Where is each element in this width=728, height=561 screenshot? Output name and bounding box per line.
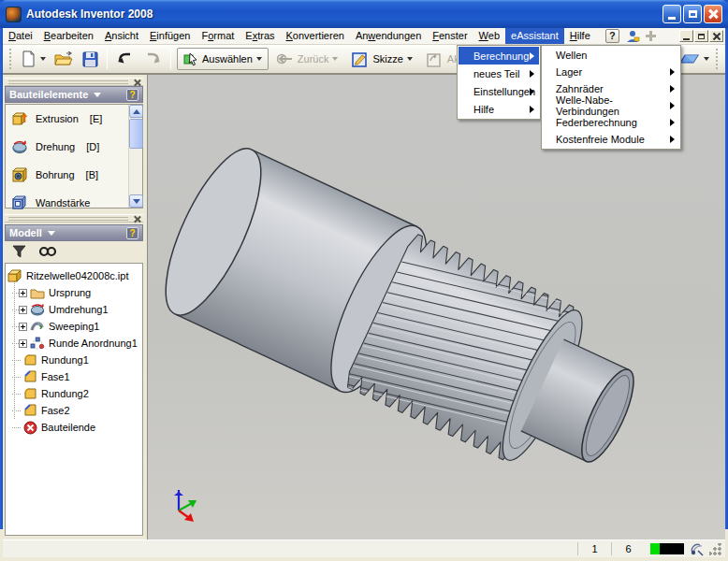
menu-item-label: Federberechnung (556, 117, 637, 128)
submenu-item-federberechnung[interactable]: Federberechnung (543, 114, 679, 131)
scroll-up-button[interactable] (129, 105, 143, 118)
menu-eassistant[interactable]: eAssistant (505, 28, 564, 44)
menu-item-neues-teil[interactable]: neues Teil (459, 65, 539, 82)
menu-web[interactable]: Web (473, 28, 505, 44)
menu-konvertieren[interactable]: Konvertieren (281, 28, 350, 44)
new-document-icon (21, 50, 36, 67)
expand-icon[interactable] (19, 289, 27, 297)
menu-extras[interactable]: Extras (240, 28, 280, 44)
model-panel-close-icon[interactable] (133, 215, 141, 223)
tree-item-ursprung[interactable]: Ursprung (24, 284, 91, 301)
minimize-icon (668, 17, 676, 20)
features-panel-header[interactable]: Bauteilelemente ? (5, 86, 143, 103)
submenu-arrow-icon (530, 88, 534, 95)
scroll-thumb[interactable] (129, 119, 143, 149)
model-help-icon[interactable]: ? (126, 227, 138, 239)
expand-icon[interactable] (19, 339, 27, 348)
menu-einfuegen[interactable]: Einfügen (144, 28, 196, 44)
titlebar[interactable]: Autodesk Inventor 2008 (0, 0, 728, 28)
tree-item-rundung1[interactable]: Rundung1 (24, 352, 89, 368)
maximize-button[interactable] (683, 5, 702, 23)
feature-item-extrusion[interactable]: Extrusion [E] (11, 109, 102, 128)
feature-label: Extrusion (36, 113, 79, 124)
features-help-icon[interactable]: ? (126, 89, 138, 101)
mdi-minimize-button[interactable] (679, 30, 693, 42)
save-button[interactable] (79, 48, 101, 70)
feature-item-bohrung[interactable]: Bohrung [B] (11, 165, 98, 184)
tree-item-sweeping1[interactable]: Sweeping1 (24, 318, 99, 335)
select-dropdown-caret[interactable] (256, 57, 262, 61)
menu-item-label: Einstellungen (473, 86, 535, 97)
menu-format[interactable]: Format (196, 28, 240, 44)
toolbar-grip[interactable] (9, 49, 12, 69)
find-icon[interactable] (39, 245, 56, 258)
features-scrollbar[interactable] (128, 105, 142, 208)
tree-item-fase2[interactable]: Fase2 (24, 402, 70, 419)
style-dropdown-caret[interactable] (704, 57, 709, 61)
menu-item-einstellungen[interactable]: Einstellungen (459, 82, 539, 100)
menubar: Datei Bearbeiten Ansicht Einfügen Format… (3, 28, 725, 45)
submenu-arrow-icon (670, 68, 675, 76)
undo-button[interactable] (113, 48, 138, 70)
filter-icon[interactable] (12, 245, 26, 258)
panel-dropdown-icon[interactable] (48, 231, 55, 236)
menu-item-label: Hilfe (473, 104, 494, 115)
model-panel-grip[interactable] (5, 214, 143, 223)
scroll-down-button[interactable] (129, 194, 143, 208)
menu-item-hilfe[interactable]: Hilfe (459, 100, 539, 118)
menu-item-berechnung[interactable]: Berechnung (459, 47, 539, 65)
features-panel-title: Bauteilelemente (9, 89, 88, 100)
tree-item-umdrehung1[interactable]: Umdrehung1 (24, 301, 109, 318)
new-dropdown-caret[interactable] (40, 57, 46, 61)
submenu-item-welle-nabe-verbindungen[interactable]: Welle-Nabe-Verbindungen (543, 97, 679, 114)
add-icon (646, 31, 656, 41)
submenu-item-lager[interactable]: Lager (543, 64, 679, 80)
submenu-item-wellen[interactable]: Wellen (543, 47, 679, 64)
maximize-icon (689, 10, 697, 18)
submenu-arrow-icon (530, 52, 534, 60)
redo-button[interactable] (140, 48, 165, 70)
sidebar: Bauteilelemente ? Extrusion [E] (3, 75, 147, 540)
back-button[interactable]: Zurück (271, 48, 344, 70)
expand-icon[interactable] (19, 323, 27, 331)
sketch-dropdown-caret[interactable] (407, 57, 413, 61)
feature-item-drehung[interactable]: Drehung [D] (11, 137, 99, 156)
menu-datei[interactable]: Datei (3, 28, 38, 44)
tree-label: Rundung2 (40, 388, 89, 399)
menu-hilfe[interactable]: Hilfe (564, 28, 596, 44)
tree-item-fase1[interactable]: Fase1 (24, 368, 70, 385)
sketch-button[interactable]: Skizze (346, 48, 417, 70)
menu-anwendungen[interactable]: Anwendungen (350, 28, 427, 44)
features-panel-grip[interactable] (5, 78, 143, 86)
model-panel-title: Modell (9, 227, 42, 238)
tree-item-runde-anordnung1[interactable]: Runde Anordnung1 (24, 335, 138, 352)
model-panel-header[interactable]: Modell ? (5, 224, 143, 241)
back-arrow-icon (277, 52, 294, 65)
submenu-item-kostenfreie-module[interactable]: Kostenfreie Module (543, 131, 679, 148)
help-icon[interactable]: ? (605, 29, 619, 43)
close-button[interactable] (704, 5, 722, 23)
resize-grip[interactable] (709, 543, 721, 555)
tree-item-bauteilende[interactable]: Bauteilende (24, 419, 95, 436)
sketch-plane-icon[interactable] (679, 52, 700, 65)
panel-dropdown-icon[interactable] (94, 93, 101, 97)
menu-bearbeiten[interactable]: Bearbeiten (38, 28, 99, 44)
mdi-close-button[interactable] (709, 30, 723, 42)
mdi-restore-button[interactable] (694, 30, 708, 42)
feature-item-wandstaerke[interactable]: Wandstärke (11, 194, 90, 212)
menu-ansicht[interactable]: Ansicht (99, 28, 144, 44)
open-button[interactable] (51, 48, 76, 70)
new-document-button[interactable] (18, 48, 49, 70)
select-tool-button[interactable]: Auswählen (177, 48, 269, 70)
minimize-button[interactable] (662, 5, 681, 23)
expand-icon[interactable] (19, 306, 27, 314)
tree-item-rundung2[interactable]: Rundung2 (24, 385, 89, 402)
mdi-restore-icon (698, 34, 705, 39)
tree-item-part[interactable]: Ritzelwelle042008c.ipt (7, 267, 128, 284)
tutorial-icon[interactable] (625, 29, 640, 44)
toolbar-grip[interactable] (716, 49, 719, 69)
menu-fenster[interactable]: Fenster (427, 28, 473, 44)
features-list: Extrusion [E] Drehung [D] (5, 104, 143, 209)
tree-label: Fase2 (40, 405, 70, 416)
tree-connector (12, 360, 21, 361)
